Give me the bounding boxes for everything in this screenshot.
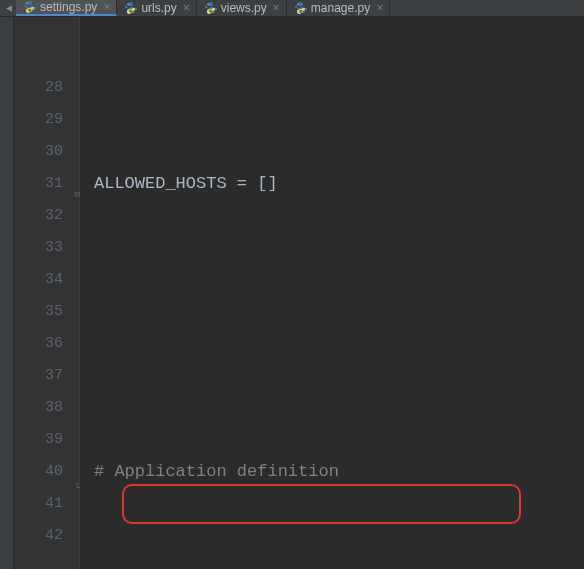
line-number[interactable]: 37 [14, 360, 63, 392]
close-icon[interactable]: × [376, 2, 383, 14]
code-line: # Application definition [80, 456, 584, 488]
tab-bar: ◀ settings.py×urls.py×views.py×manage.py… [0, 0, 584, 17]
python-file-icon [22, 0, 36, 14]
tab-scroll-left[interactable]: ◀ [2, 0, 16, 16]
line-number[interactable]: 40 [14, 456, 63, 488]
line-number[interactable]: 41 [14, 488, 63, 520]
close-icon[interactable]: × [103, 1, 110, 13]
editor: 282930313233343536373839404142 ⊟ └ ALLOW… [0, 17, 584, 569]
line-number[interactable]: 35 [14, 296, 63, 328]
svg-point-2 [128, 3, 129, 4]
svg-point-4 [207, 3, 208, 4]
line-number[interactable]: 39 [14, 424, 63, 456]
code-line [80, 360, 584, 392]
close-icon[interactable]: × [183, 2, 190, 14]
tab-label: urls.py [141, 1, 176, 15]
line-number[interactable]: 36 [14, 328, 63, 360]
code-area[interactable]: ALLOWED_HOSTS = [] # Application definit… [80, 17, 584, 569]
line-number[interactable]: 29 [14, 104, 63, 136]
svg-point-6 [297, 3, 298, 4]
line-number[interactable]: 42 [14, 520, 63, 552]
python-file-icon [293, 1, 307, 15]
code-line [80, 552, 584, 569]
code-line: ALLOWED_HOSTS = [] [80, 168, 584, 200]
tab-manage-py[interactable]: manage.py× [287, 0, 390, 16]
line-number[interactable]: 34 [14, 264, 63, 296]
svg-point-1 [30, 10, 31, 11]
line-number[interactable]: 31 [14, 168, 63, 200]
line-number-gutter[interactable]: 282930313233343536373839404142 ⊟ └ [14, 17, 80, 569]
line-number[interactable]: 38 [14, 392, 63, 424]
python-file-icon [203, 1, 217, 15]
annotation-box [122, 484, 521, 524]
svg-point-3 [132, 11, 133, 12]
fold-toggle-icon[interactable]: ⊟ [70, 179, 80, 189]
line-number[interactable]: 28 [14, 72, 63, 104]
tab-label: views.py [221, 1, 267, 15]
tab-label: manage.py [311, 1, 370, 15]
svg-point-5 [211, 11, 212, 12]
svg-point-7 [301, 11, 302, 12]
tab-label: settings.py [40, 0, 97, 14]
code-line [80, 264, 584, 296]
tab-urls-py[interactable]: urls.py× [117, 0, 196, 16]
svg-point-0 [26, 2, 27, 3]
fold-end-icon: └ [70, 472, 80, 482]
line-number[interactable]: 30 [14, 136, 63, 168]
close-icon[interactable]: × [273, 2, 280, 14]
line-number[interactable]: 32 [14, 200, 63, 232]
line-number[interactable]: 33 [14, 232, 63, 264]
breakpoint-strip[interactable] [0, 17, 14, 569]
tab-views-py[interactable]: views.py× [197, 0, 287, 16]
python-file-icon [123, 1, 137, 15]
tab-settings-py[interactable]: settings.py× [16, 0, 117, 16]
